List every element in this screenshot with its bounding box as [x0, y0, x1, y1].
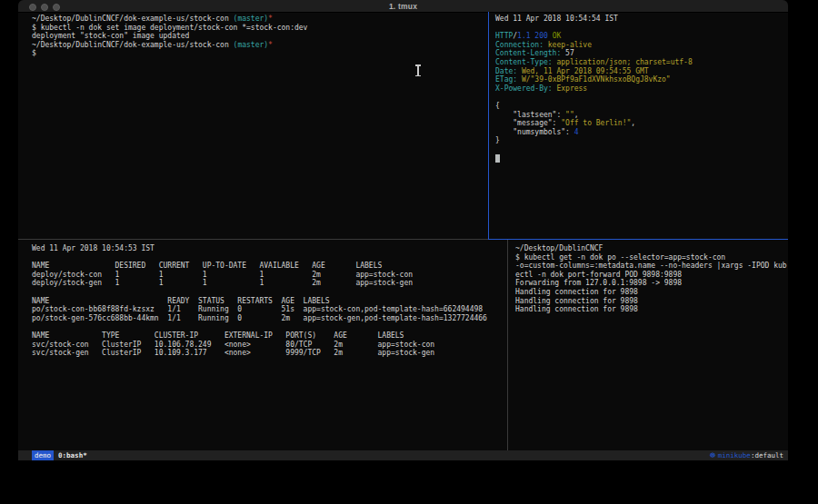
terminal-line: Content-Type: application/json; charset=…: [495, 58, 788, 67]
terminal-line: Handling connection for 9898: [515, 288, 786, 297]
terminal-line: [495, 154, 788, 163]
terminal-line: po/stock-gen-576cc688bb-44kmn 1/1 Runnin…: [32, 314, 507, 323]
terminal-line: $: [32, 49, 488, 58]
kubernetes-helm-icon: ☸: [710, 451, 716, 460]
terminal-line: Forwarding from 127.0.0.1:9898 -> 9898: [515, 279, 786, 288]
window-titlebar[interactable]: 1. tmux: [18, 0, 788, 13]
terminal-line: [32, 288, 507, 297]
tmux-session: ~/Desktop/DublinCNCF/dok-example-us/stoc…: [18, 12, 788, 450]
terminal-window: 1. tmux ~/Desktop/DublinCNCF/dok-example…: [18, 0, 788, 460]
terminal-line: Connection: keep-alive: [495, 41, 788, 50]
pane-bottom-left-kubectl-watch[interactable]: Wed 11 Apr 2018 10:54:53 IST NAME DESIRE…: [18, 240, 507, 450]
terminal-line: HTTP/1.1 200 OK: [495, 32, 788, 41]
terminal-line: ~/Desktop/DublinCNCF: [515, 244, 786, 253]
kube-namespace: :default: [751, 451, 783, 460]
session-name-badge[interactable]: demo: [32, 450, 54, 460]
pane-top-left-shell[interactable]: ~/Desktop/DublinCNCF/dok-example-us/stoc…: [18, 12, 488, 239]
terminal-line: }: [495, 136, 788, 145]
terminal-line: NAME DESIRED CURRENT UP-TO-DATE AVAILABL…: [32, 262, 507, 271]
terminal-line: deploy/stock-gen 1 1 1 1 2m app=stock-ge…: [32, 279, 507, 288]
terminal-line: ~/Desktop/DublinCNCF/dok-example-us/stoc…: [32, 41, 488, 50]
terminal-line: [495, 93, 788, 102]
terminal-line: ETag: W/"39-0xBPf9aF1dXVNkhsxoBQgJ8vKzo": [495, 75, 788, 84]
terminal-line: [495, 24, 788, 33]
terminal-line: Content-Length: 57: [495, 49, 788, 58]
terminal-line: Wed 11 Apr 2018 10:54:53 IST: [32, 244, 507, 253]
terminal-line: NAME READY STATUS RESTARTS AGE LABELS: [32, 297, 507, 306]
pane-bottom-right-port-forward[interactable]: ~/Desktop/DublinCNCF$ kubectl get -n dok…: [508, 240, 788, 450]
terminal-line: {: [495, 102, 788, 111]
pane-top-right-http-response[interactable]: Wed 11 Apr 2018 10:54:54 IST HTTP/1.1 20…: [489, 12, 788, 239]
status-right-kube-context: ☸ minikube :default: [710, 451, 783, 460]
terminal-line: Wed 11 Apr 2018 10:54:54 IST: [495, 15, 788, 24]
terminal-line: "lastseen": "",: [495, 111, 788, 120]
terminal-line: svc/stock-con ClusterIP 10.106.78.249 <n…: [32, 341, 507, 350]
window-title: 1. tmux: [18, 2, 788, 11]
terminal-line: [32, 253, 507, 262]
terminal-line: deployment "stock-con" image updated: [32, 32, 488, 41]
terminal-line: -o=custom-columns=:metadata.name --no-he…: [515, 262, 786, 271]
terminal-line: "message": "Off to Berlin!",: [495, 119, 788, 128]
terminal-line: $ kubectl get -n dok po --selector=app=s…: [515, 253, 786, 262]
terminal-line: po/stock-con-bb68f88fd-kzsxz 1/1 Running…: [32, 305, 507, 314]
mouse-cursor-ibeam: [414, 64, 421, 76]
terminal-line: X-Powered-By: Express: [495, 84, 788, 94]
terminal-line: [32, 322, 507, 331]
terminal-line: ectl -n dok port-forward POD 9898:9898: [515, 271, 786, 280]
terminal-line: Handling connection for 9898: [515, 305, 786, 314]
window-tab-label[interactable]: 0:bash*: [58, 451, 87, 460]
terminal-line: NAME TYPE CLUSTER-IP EXTERNAL-IP PORT(S)…: [32, 331, 507, 341]
kube-context-name: minikube: [718, 451, 751, 460]
terminal-line: [495, 145, 788, 154]
terminal-line: Date: Wed, 11 Apr 2018 09:54:55 GMT: [495, 67, 788, 76]
terminal-line: deploy/stock-con 1 1 1 1 2m app=stock-co…: [32, 271, 507, 280]
terminal-line: ~/Desktop/DublinCNCF/dok-example-us/stoc…: [32, 15, 488, 24]
terminal-line: $ kubectl -n dok set image deployment/st…: [32, 24, 488, 33]
terminal-line: Handling connection for 9898: [515, 297, 786, 306]
tmux-status-bar: demo 0:bash* ☸ minikube :default: [18, 450, 788, 460]
terminal-line: svc/stock-gen ClusterIP 10.109.3.177 <no…: [32, 349, 507, 358]
terminal-line: "numsymbols": 4: [495, 128, 788, 137]
